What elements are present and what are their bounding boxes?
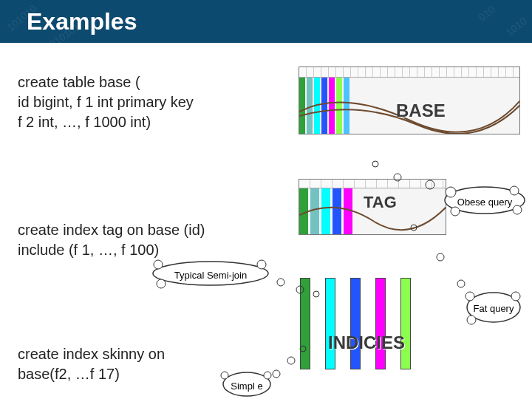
diagram-header-row [299, 67, 519, 78]
svg-point-18 [467, 316, 476, 324]
slide-header: Examples 101010 010101 010 1010 [0, 0, 532, 43]
svg-point-15 [467, 293, 520, 322]
diagram-label-base: BASE [396, 100, 446, 121]
svg-point-9 [154, 260, 163, 269]
code-line: create index tag on base (id) [18, 220, 205, 240]
sql-create-index-tag: create index tag on base (id) include (f… [18, 220, 205, 260]
column-bar [375, 278, 386, 369]
svg-point-24 [264, 372, 271, 379]
decor-bits: 1010 [503, 15, 528, 38]
diagram-indicies [300, 278, 433, 369]
svg-point-25 [273, 370, 280, 378]
svg-point-10 [257, 260, 266, 269]
code-line: id bigint, f 1 int primary key [18, 92, 194, 112]
svg-point-2 [510, 186, 519, 195]
svg-point-16 [466, 292, 474, 301]
diagram-label-indicies: INDICIES [328, 332, 405, 353]
svg-point-22 [223, 372, 270, 396]
code-line: base(f2, …f 17) [18, 364, 120, 384]
svg-point-21 [457, 280, 465, 287]
svg-point-1 [446, 187, 456, 197]
code-line: f 2 int, …, f 1000 int) [18, 112, 194, 132]
callout-fat-query: Fat query [463, 289, 525, 329]
svg-point-5 [372, 161, 378, 167]
slide-body: create table base ( id bigint, f 1 int p… [0, 43, 532, 399]
column-bar [300, 278, 310, 369]
callout-text: Fat query [463, 289, 525, 329]
svg-point-0 [445, 187, 525, 214]
slide-title: Examples [27, 8, 137, 35]
callout-text: Simpl e [219, 369, 275, 399]
code-line: create table base ( [18, 72, 194, 92]
column-bar [350, 278, 361, 369]
callout-text: Typical Semi-join [148, 259, 273, 291]
callout-text: Obese query [440, 183, 529, 220]
svg-point-4 [451, 207, 460, 216]
callout-obese-query: Obese query [440, 183, 529, 220]
svg-point-23 [221, 372, 228, 379]
svg-point-17 [511, 292, 520, 301]
callout-simple: Simpl e [219, 369, 275, 399]
svg-point-8 [153, 262, 268, 285]
svg-point-26 [287, 357, 295, 364]
column-bar [325, 278, 335, 369]
decor-bits: 010 [476, 4, 497, 24]
svg-point-12 [277, 279, 284, 286]
svg-point-20 [437, 253, 444, 261]
code-line: create index skinny on [18, 344, 165, 364]
svg-point-3 [513, 205, 522, 214]
diagram-label-tag: TAG [364, 193, 397, 212]
column-bar [400, 278, 411, 369]
svg-point-11 [157, 279, 166, 288]
diagram-header-row [299, 180, 446, 188]
callout-typical-semijoin: Typical Semi-join [148, 259, 273, 291]
sql-create-table: create table base ( id bigint, f 1 int p… [18, 72, 194, 132]
sql-create-index-skinny: create index skinny on base(f2, …f 17) [18, 344, 165, 384]
code-line: include (f 1, …, f 100) [18, 240, 205, 260]
